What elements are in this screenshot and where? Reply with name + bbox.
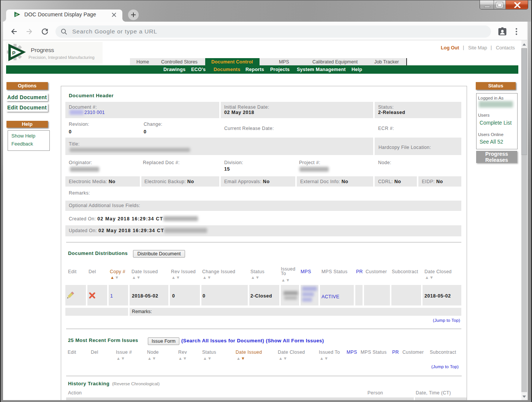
svg-text:P: P — [12, 50, 16, 56]
svg-text:P: P — [16, 13, 18, 17]
